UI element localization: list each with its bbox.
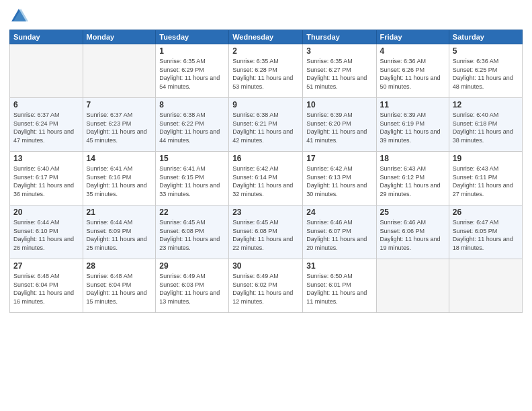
day-number: 6 <box>13 100 79 109</box>
day-number: 7 <box>87 100 152 109</box>
day-info: Sunrise: 6:46 AM Sunset: 6:07 PM Dayligh… <box>306 218 372 252</box>
day-header-tuesday: Tuesday <box>156 30 229 44</box>
day-info: Sunrise: 6:38 AM Sunset: 6:22 PM Dayligh… <box>159 111 225 144</box>
day-info: Sunrise: 6:40 AM Sunset: 6:17 PM Dayligh… <box>13 165 79 198</box>
day-info: Sunrise: 6:45 AM Sunset: 6:08 PM Dayligh… <box>232 218 299 252</box>
day-info: Sunrise: 6:35 AM Sunset: 6:27 PM Dayligh… <box>306 57 372 91</box>
calendar-cell: 10Sunrise: 6:39 AM Sunset: 6:20 PM Dayli… <box>303 98 376 152</box>
day-info: Sunrise: 6:36 AM Sunset: 6:26 PM Dayligh… <box>380 57 445 91</box>
day-info: Sunrise: 6:45 AM Sunset: 6:08 PM Dayligh… <box>159 218 225 252</box>
calendar-cell: 16Sunrise: 6:42 AM Sunset: 6:14 PM Dayli… <box>229 152 303 205</box>
day-number: 23 <box>232 208 299 217</box>
calendar-cell: 20Sunrise: 6:44 AM Sunset: 6:10 PM Dayli… <box>10 205 83 259</box>
day-number: 20 <box>13 208 79 217</box>
logo <box>9 7 31 26</box>
calendar-week-row: 20Sunrise: 6:44 AM Sunset: 6:10 PM Dayli… <box>10 205 523 259</box>
day-number: 28 <box>87 261 152 271</box>
day-number: 2 <box>232 46 299 56</box>
day-info: Sunrise: 6:41 AM Sunset: 6:16 PM Dayligh… <box>87 165 152 198</box>
day-header-friday: Friday <box>376 30 449 44</box>
calendar-cell: 2Sunrise: 6:35 AM Sunset: 6:28 PM Daylig… <box>229 44 303 98</box>
day-number: 9 <box>232 100 299 109</box>
day-number: 12 <box>453 100 519 109</box>
day-info: Sunrise: 6:37 AM Sunset: 6:24 PM Dayligh… <box>13 111 79 144</box>
day-info: Sunrise: 6:39 AM Sunset: 6:20 PM Dayligh… <box>306 111 372 144</box>
day-number: 16 <box>232 154 299 163</box>
calendar-cell: 31Sunrise: 6:50 AM Sunset: 6:01 PM Dayli… <box>303 259 376 313</box>
calendar-cell: 17Sunrise: 6:42 AM Sunset: 6:13 PM Dayli… <box>303 152 376 205</box>
day-number: 25 <box>380 208 445 217</box>
day-info: Sunrise: 6:44 AM Sunset: 6:09 PM Dayligh… <box>87 218 152 252</box>
calendar-cell: 6Sunrise: 6:37 AM Sunset: 6:24 PM Daylig… <box>10 98 83 152</box>
day-info: Sunrise: 6:50 AM Sunset: 6:01 PM Dayligh… <box>306 272 372 306</box>
day-number: 24 <box>306 208 372 217</box>
day-number: 21 <box>87 208 152 217</box>
calendar-cell: 21Sunrise: 6:44 AM Sunset: 6:09 PM Dayli… <box>83 205 156 259</box>
day-number: 14 <box>87 154 152 163</box>
day-header-sunday: Sunday <box>10 30 83 44</box>
day-number: 29 <box>159 261 225 271</box>
day-info: Sunrise: 6:35 AM Sunset: 6:28 PM Dayligh… <box>232 57 299 91</box>
day-number: 26 <box>453 208 519 217</box>
calendar-cell <box>10 44 83 98</box>
day-info: Sunrise: 6:39 AM Sunset: 6:19 PM Dayligh… <box>380 111 445 144</box>
day-info: Sunrise: 6:42 AM Sunset: 6:14 PM Dayligh… <box>232 165 299 198</box>
day-info: Sunrise: 6:36 AM Sunset: 6:25 PM Dayligh… <box>453 57 519 91</box>
calendar-week-row: 6Sunrise: 6:37 AM Sunset: 6:24 PM Daylig… <box>10 98 523 152</box>
calendar-cell: 9Sunrise: 6:38 AM Sunset: 6:21 PM Daylig… <box>229 98 303 152</box>
calendar-cell: 3Sunrise: 6:35 AM Sunset: 6:27 PM Daylig… <box>303 44 376 98</box>
logo-icon <box>9 7 28 26</box>
calendar-week-row: 13Sunrise: 6:40 AM Sunset: 6:17 PM Dayli… <box>10 152 523 205</box>
calendar-cell: 13Sunrise: 6:40 AM Sunset: 6:17 PM Dayli… <box>10 152 83 205</box>
calendar-cell: 14Sunrise: 6:41 AM Sunset: 6:16 PM Dayli… <box>83 152 156 205</box>
calendar-header-row: SundayMondayTuesdayWednesdayThursdayFrid… <box>10 30 523 44</box>
day-info: Sunrise: 6:47 AM Sunset: 6:05 PM Dayligh… <box>453 218 519 252</box>
calendar-cell: 24Sunrise: 6:46 AM Sunset: 6:07 PM Dayli… <box>303 205 376 259</box>
calendar-cell: 22Sunrise: 6:45 AM Sunset: 6:08 PM Dayli… <box>156 205 229 259</box>
calendar-cell: 30Sunrise: 6:49 AM Sunset: 6:02 PM Dayli… <box>229 259 303 313</box>
day-number: 3 <box>306 46 372 56</box>
calendar-cell: 28Sunrise: 6:48 AM Sunset: 6:04 PM Dayli… <box>83 259 156 313</box>
day-number: 31 <box>306 261 372 271</box>
day-number: 30 <box>232 261 299 271</box>
calendar-week-row: 27Sunrise: 6:48 AM Sunset: 6:04 PM Dayli… <box>10 259 523 313</box>
day-info: Sunrise: 6:49 AM Sunset: 6:03 PM Dayligh… <box>159 272 225 306</box>
calendar-cell: 25Sunrise: 6:46 AM Sunset: 6:06 PM Dayli… <box>376 205 449 259</box>
day-header-monday: Monday <box>83 30 156 44</box>
day-info: Sunrise: 6:48 AM Sunset: 6:04 PM Dayligh… <box>87 272 152 306</box>
calendar-table: SundayMondayTuesdayWednesdayThursdayFrid… <box>9 30 523 313</box>
day-number: 15 <box>159 154 225 163</box>
day-info: Sunrise: 6:44 AM Sunset: 6:10 PM Dayligh… <box>13 218 79 252</box>
calendar-cell: 15Sunrise: 6:41 AM Sunset: 6:15 PM Dayli… <box>156 152 229 205</box>
calendar-week-row: 1Sunrise: 6:35 AM Sunset: 6:29 PM Daylig… <box>10 44 523 98</box>
calendar-cell: 8Sunrise: 6:38 AM Sunset: 6:22 PM Daylig… <box>156 98 229 152</box>
calendar-cell: 11Sunrise: 6:39 AM Sunset: 6:19 PM Dayli… <box>376 98 449 152</box>
header <box>9 7 523 26</box>
calendar-cell: 29Sunrise: 6:49 AM Sunset: 6:03 PM Dayli… <box>156 259 229 313</box>
day-header-wednesday: Wednesday <box>229 30 303 44</box>
page: SundayMondayTuesdayWednesdayThursdayFrid… <box>0 0 532 411</box>
day-number: 11 <box>380 100 445 109</box>
calendar-cell: 19Sunrise: 6:43 AM Sunset: 6:11 PM Dayli… <box>449 152 522 205</box>
day-number: 22 <box>159 208 225 217</box>
calendar-cell: 7Sunrise: 6:37 AM Sunset: 6:23 PM Daylig… <box>83 98 156 152</box>
day-number: 8 <box>159 100 225 109</box>
day-info: Sunrise: 6:48 AM Sunset: 6:04 PM Dayligh… <box>13 272 79 306</box>
calendar-cell: 18Sunrise: 6:43 AM Sunset: 6:12 PM Dayli… <box>376 152 449 205</box>
day-number: 4 <box>380 46 445 56</box>
day-header-saturday: Saturday <box>449 30 522 44</box>
calendar-cell <box>449 259 522 313</box>
day-number: 13 <box>13 154 79 163</box>
day-info: Sunrise: 6:46 AM Sunset: 6:06 PM Dayligh… <box>380 218 445 252</box>
day-info: Sunrise: 6:35 AM Sunset: 6:29 PM Dayligh… <box>159 57 225 91</box>
day-number: 17 <box>306 154 372 163</box>
calendar-cell: 26Sunrise: 6:47 AM Sunset: 6:05 PM Dayli… <box>449 205 522 259</box>
day-info: Sunrise: 6:43 AM Sunset: 6:11 PM Dayligh… <box>453 165 519 198</box>
day-header-thursday: Thursday <box>303 30 376 44</box>
day-info: Sunrise: 6:40 AM Sunset: 6:18 PM Dayligh… <box>453 111 519 144</box>
day-number: 10 <box>306 100 372 109</box>
day-number: 27 <box>13 261 79 271</box>
day-number: 18 <box>380 154 445 163</box>
day-info: Sunrise: 6:49 AM Sunset: 6:02 PM Dayligh… <box>232 272 299 306</box>
calendar-cell: 27Sunrise: 6:48 AM Sunset: 6:04 PM Dayli… <box>10 259 83 313</box>
